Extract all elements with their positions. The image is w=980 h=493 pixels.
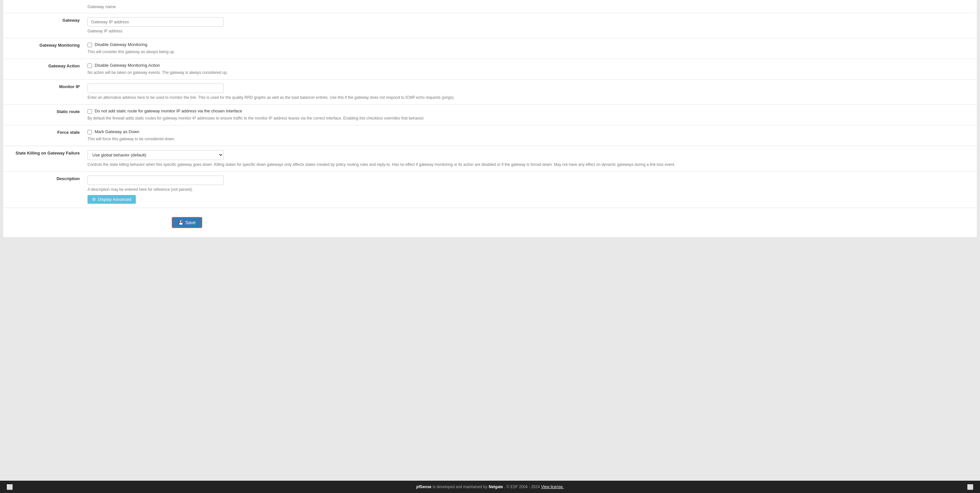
footer-center: pfSense is developed and maintained by N…: [6, 485, 974, 489]
gateway-monitoring-checkbox-label[interactable]: Disable Gateway Monitoring: [95, 42, 148, 47]
description-label: Description: [3, 172, 88, 185]
monitor-ip-input[interactable]: [88, 84, 224, 93]
save-button-label: Save: [185, 220, 196, 225]
state-killing-row: State Killing on Gateway Failure Use glo…: [3, 146, 977, 172]
footer-left-icon: ⬜: [6, 484, 13, 490]
state-killing-select[interactable]: Use global behavior (default): [88, 150, 224, 160]
static-route-label: Static route: [3, 105, 88, 119]
static-route-help: By default the firewall adds static rout…: [88, 115, 970, 121]
force-state-help: This will force this gateway to be consi…: [88, 136, 970, 142]
gateway-action-checkbox-label[interactable]: Disable Gateway Monitoring Action: [95, 63, 160, 68]
gateway-input[interactable]: [88, 17, 224, 27]
description-help: A description may be entered here for re…: [88, 187, 970, 192]
state-killing-label: State Killing on Gateway Failure: [3, 146, 88, 160]
save-section: 💾 Save: [88, 212, 970, 233]
description-row: Description A description may be entered…: [3, 172, 977, 208]
description-field-cell: A description may be entered here for re…: [88, 172, 977, 208]
gateway-name-placeholder-text: Gateway name: [88, 4, 116, 9]
save-icon: 💾: [178, 220, 183, 225]
gateway-monitoring-field-cell: Disable Gateway Monitoring This will con…: [88, 38, 977, 59]
gateway-monitoring-row: Gateway Monitoring Disable Gateway Monit…: [3, 38, 977, 59]
force-state-row: Force state Mark Gateway as Down This wi…: [3, 125, 977, 146]
footer-netgate: Netgate: [489, 485, 503, 489]
static-route-row: Static route Do not add static route for…: [3, 105, 977, 125]
static-route-checkbox-label[interactable]: Do not add static route for gateway moni…: [95, 108, 242, 113]
footer: ⬜ pfSense is developed and maintained by…: [0, 481, 980, 493]
gateway-name-row: Gateway name: [3, 0, 977, 13]
save-label-spacer: [3, 208, 88, 217]
gateway-action-help: No action will be taken on gateway event…: [88, 70, 970, 76]
footer-pfsense: pfSense: [417, 485, 432, 489]
monitor-ip-row: Monitor IP Enter an alternative address …: [3, 80, 977, 105]
static-route-checkbox[interactable]: [88, 109, 92, 114]
gateway-help-text: Gateway IP address: [88, 28, 970, 34]
gear-icon: ⚙: [92, 197, 96, 202]
force-state-field-cell: Mark Gateway as Down This will force thi…: [88, 125, 977, 146]
gateway-row: Gateway Gateway IP address: [3, 13, 977, 38]
state-killing-field-cell: Use global behavior (default) Controls t…: [88, 146, 977, 171]
save-button[interactable]: 💾 Save: [172, 218, 202, 227]
gateway-monitoring-checkbox[interactable]: [88, 43, 92, 47]
gateway-action-checkbox[interactable]: [88, 63, 92, 68]
force-state-checkbox-label[interactable]: Mark Gateway as Down: [95, 129, 139, 134]
force-state-label: Force state: [3, 125, 88, 139]
gateway-action-checkbox-row: Disable Gateway Monitoring Action: [88, 63, 970, 68]
gateway-action-label: Gateway Action: [3, 59, 88, 73]
state-killing-help: Controls the state killing behavior when…: [88, 162, 970, 168]
save-button-wrapper: 💾 Save: [172, 217, 202, 228]
gateway-monitoring-checkbox-row: Disable Gateway Monitoring: [88, 42, 970, 47]
footer-right-icon: ⬜: [967, 484, 974, 490]
monitor-ip-field-cell: Enter an alternative address here to be …: [88, 80, 977, 104]
static-route-field-cell: Do not add static route for gateway moni…: [88, 105, 977, 125]
gateway-action-field-cell: Disable Gateway Monitoring Action No act…: [88, 59, 977, 79]
gateway-field-cell: Gateway IP address: [88, 13, 977, 38]
gateway-action-row: Gateway Action Disable Gateway Monitorin…: [3, 59, 977, 80]
monitor-ip-help: Enter an alternative address here to be …: [88, 95, 970, 100]
save-field-cell: 💾 Save: [88, 208, 977, 237]
monitor-ip-label: Monitor IP: [3, 80, 88, 94]
gateway-name-label: [3, 0, 88, 9]
static-route-checkbox-row: Do not add static route for gateway moni…: [88, 108, 970, 114]
footer-text-4: . © ESF 2004 - 2024: [504, 485, 540, 489]
gateway-monitoring-label: Gateway Monitoring: [3, 38, 88, 52]
save-row: 💾 Save: [3, 208, 977, 237]
display-advanced-label: Display Advanced: [98, 197, 131, 202]
description-input[interactable]: [88, 176, 224, 185]
gateway-monitoring-help: This will consider this gateway as alway…: [88, 49, 970, 55]
footer-license-link[interactable]: View license.: [541, 485, 564, 489]
force-state-checkbox[interactable]: [88, 130, 92, 135]
force-state-checkbox-row: Mark Gateway as Down: [88, 129, 970, 135]
display-advanced-button[interactable]: ⚙ Display Advanced: [88, 195, 136, 204]
gateway-name-field-cell: Gateway name: [88, 0, 977, 13]
footer-text-2: is developed and maintained by: [433, 485, 487, 489]
gateway-label: Gateway: [3, 13, 88, 27]
